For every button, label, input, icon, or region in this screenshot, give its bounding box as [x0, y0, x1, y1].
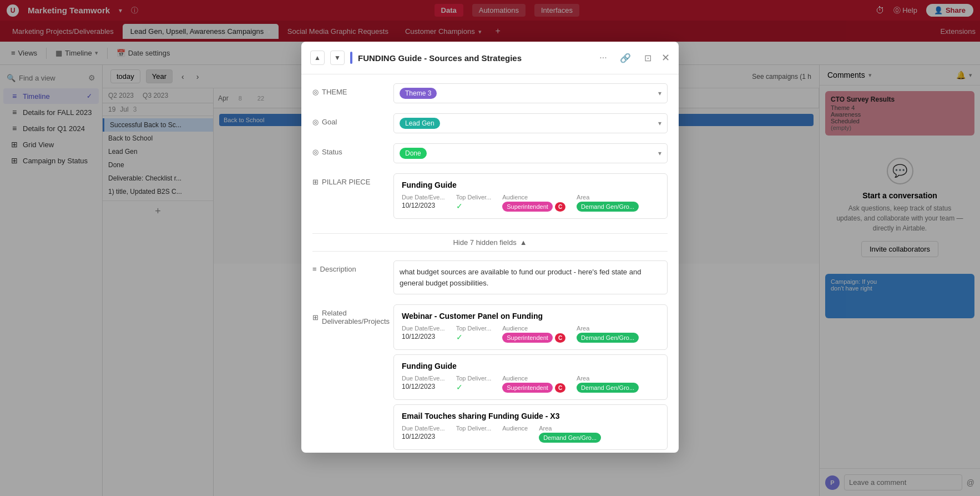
pillar-audience-val: Superintendent C	[502, 202, 565, 212]
theme-badge: Theme 3	[400, 88, 437, 99]
pillar-due-date-col: Due Date/Eve... 10/12/2023	[402, 194, 445, 212]
status-label: ◎ Status	[312, 143, 385, 156]
pillar-value: Funding Guide Due Date/Eve... 10/12/2023…	[393, 173, 668, 223]
description-label: ≡ Description	[312, 260, 385, 273]
pillar-due-date-val: 10/12/2023	[402, 202, 445, 209]
modal-field-theme: ◎ THEME Theme 3 ▾	[312, 83, 668, 103]
theme-icon: ◎	[312, 88, 319, 96]
modal-color-bar	[350, 52, 352, 64]
hide-fields-chevron: ▲	[520, 238, 527, 247]
modal-field-status: ◎ Status Done ▾	[312, 143, 668, 163]
modal-field-pillar: ⊞ PILLAR PIECE Funding Guide Due Date/Ev…	[312, 173, 668, 223]
modal-body: ◎ THEME Theme 3 ▾ ◎ Goal Lead Gen ▾	[301, 74, 679, 453]
pillar-deliver-col: Top Deliver... ✓	[456, 194, 492, 212]
related-item-1-meta: Due Date/Eve... 10/12/2023 Top Deliver..…	[402, 375, 659, 393]
modal-nav-down[interactable]: ▼	[330, 51, 345, 65]
goal-dropdown[interactable]: Lead Gen ▾	[393, 113, 668, 133]
modal-link-icon[interactable]: 🔗	[617, 49, 634, 66]
modal-title: FUNDING Guide - Sources and Strategies	[358, 53, 589, 63]
description-icon: ≡	[312, 265, 317, 273]
related-label: ⊞ Related Deliverables/Projects	[312, 304, 385, 325]
pillar-area-col: Area Demand Gen/Gro...	[577, 194, 639, 212]
theme-dropdown[interactable]: Theme 3 ▾	[393, 83, 668, 103]
related-icon: ⊞	[312, 313, 319, 322]
modal-more-options[interactable]: ···	[595, 49, 612, 66]
related-items: Webinar - Customer Panel on Funding Due …	[393, 304, 668, 453]
modal-close-button[interactable]: ✕	[661, 52, 670, 64]
status-dropdown[interactable]: Done ▾	[393, 143, 668, 163]
pillar-card-title: Funding Guide	[402, 181, 659, 189]
pillar-card-meta: Due Date/Eve... 10/12/2023 Top Deliver..…	[402, 194, 659, 212]
status-badge: Done	[400, 148, 427, 159]
pillar-deliver-val: ✓	[456, 202, 492, 211]
related-item-0[interactable]: Webinar - Customer Panel on Funding Due …	[393, 304, 668, 350]
goal-icon: ◎	[312, 118, 319, 126]
pillar-icon: ⊞	[312, 178, 319, 186]
pillar-card[interactable]: Funding Guide Due Date/Eve... 10/12/2023…	[393, 173, 668, 219]
related-item-2-meta: Due Date/Eve... 10/12/2023 Top Deliver..…	[402, 425, 659, 443]
status-icon: ◎	[312, 148, 319, 156]
related-item-2[interactable]: Email Touches sharing Funding Guide - X3…	[393, 404, 668, 450]
modal-expand-icon[interactable]: ⊡	[639, 49, 656, 66]
modal-nav-up[interactable]: ▲	[310, 51, 325, 65]
hide-fields-button[interactable]: Hide 7 hidden fields ▲	[312, 233, 668, 252]
theme-label: ◎ THEME	[312, 83, 385, 96]
modal-field-description: ≡ Description what budget sources are av…	[312, 260, 668, 294]
related-item-1[interactable]: Funding Guide Due Date/Eve... 10/12/2023…	[393, 354, 668, 400]
theme-chevron: ▾	[658, 89, 661, 97]
goal-label: ◎ Goal	[312, 113, 385, 126]
modal-header: ▲ ▼ FUNDING Guide - Sources and Strategi…	[301, 42, 679, 74]
pillar-label: ⊞ PILLAR PIECE	[312, 173, 385, 186]
modal-field-goal: ◎ Goal Lead Gen ▾	[312, 113, 668, 133]
goal-chevron: ▾	[658, 119, 661, 127]
pillar-area-val: Demand Gen/Gro...	[577, 202, 639, 212]
status-chevron: ▾	[658, 149, 661, 157]
modal: ▲ ▼ FUNDING Guide - Sources and Strategi…	[301, 42, 679, 453]
modal-overlay[interactable]: ▲ ▼ FUNDING Guide - Sources and Strategi…	[0, 0, 980, 496]
pillar-audience-col: Audience Superintendent C	[502, 194, 565, 212]
related-item-0-meta: Due Date/Eve... 10/12/2023 Top Deliver..…	[402, 325, 659, 343]
description-value[interactable]: what budget sources are available to fun…	[393, 260, 668, 294]
modal-field-related: ⊞ Related Deliverables/Projects Webinar …	[312, 304, 668, 453]
goal-badge: Lead Gen	[400, 118, 440, 129]
